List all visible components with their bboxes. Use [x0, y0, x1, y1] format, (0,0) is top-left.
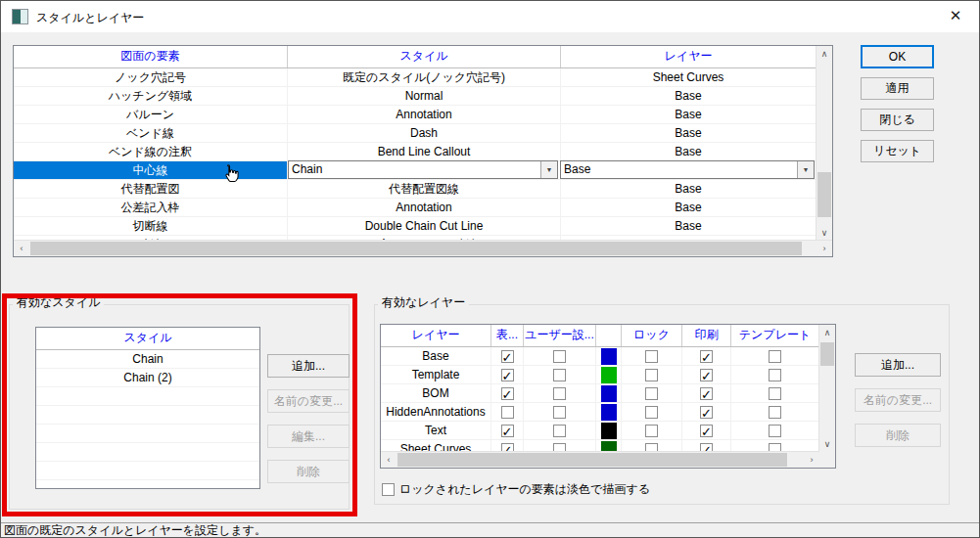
scroll-up-icon[interactable]: ∧ [819, 325, 835, 340]
column-header-color[interactable] [596, 325, 622, 346]
vertical-scrollbar[interactable]: ∧ ∨ [818, 325, 835, 468]
scrollbar-thumb[interactable] [397, 453, 787, 467]
styles-edit-button[interactable]: 編集... [267, 425, 350, 448]
close-button[interactable]: 閉じる [861, 109, 934, 131]
layer-row[interactable]: Text [381, 422, 819, 440]
reset-button[interactable]: リセット [861, 140, 934, 162]
lock-checkbox[interactable] [645, 406, 658, 419]
visible-checkbox[interactable] [501, 425, 514, 437]
scrollbar-thumb[interactable] [30, 242, 802, 255]
layer-combobox[interactable]: Base ▼ [560, 160, 815, 179]
style-list-item[interactable]: Chain [36, 350, 259, 369]
style-combobox[interactable]: Chain ▼ [288, 160, 558, 179]
table-row[interactable]: ノック穴記号 既定のスタイル(ノック穴記号) Sheet Curves [14, 68, 817, 87]
layer-row[interactable]: BOM [381, 384, 819, 403]
scroll-left-icon[interactable]: ‹ [14, 241, 29, 256]
visible-checkbox[interactable] [501, 406, 514, 419]
layers-add-button[interactable]: 追加... [855, 353, 941, 377]
layer-row[interactable]: Base [381, 347, 819, 366]
user-defined-checkbox[interactable] [553, 350, 566, 363]
layer-color-swatch[interactable] [601, 423, 617, 439]
empty-row [36, 387, 259, 406]
lock-checkbox[interactable] [645, 369, 658, 381]
user-defined-checkbox[interactable] [553, 387, 566, 400]
active-layers-table: レイヤー 表... ユーザー設... ロック 印刷 テンプレート Base Te… [380, 324, 836, 469]
table-row[interactable]: ベンド線の注釈 Bend Line Callout Base [14, 143, 817, 161]
ok-button[interactable]: OK [861, 45, 934, 68]
column-header-user[interactable]: ユーザー設... [524, 325, 596, 346]
column-header-template[interactable]: テンプレート [731, 325, 819, 346]
element-cell-selected[interactable]: 中心線 [14, 161, 288, 180]
print-checkbox[interactable] [700, 350, 713, 363]
column-header-layer[interactable]: レイヤー [381, 325, 491, 346]
template-checkbox[interactable] [769, 350, 781, 363]
scrollbar-thumb[interactable] [817, 172, 831, 217]
visible-checkbox[interactable] [501, 387, 514, 400]
table-row[interactable]: 切断線 Double Chain Cut Line Base [14, 217, 817, 236]
scrollbar-thumb[interactable] [820, 342, 834, 366]
layer-color-swatch[interactable] [601, 348, 617, 365]
scroll-up-icon[interactable]: ∧ [817, 46, 832, 62]
template-checkbox[interactable] [769, 369, 781, 381]
layer-cell: Base [561, 143, 817, 161]
vertical-scrollbar[interactable]: ∧ ∨ [816, 46, 832, 241]
print-checkbox[interactable] [700, 369, 713, 381]
print-checkbox[interactable] [700, 425, 713, 437]
layer-row[interactable]: HiddenAnnotations [381, 403, 819, 422]
close-icon[interactable]: ✕ [945, 7, 966, 24]
empty-row [36, 443, 259, 462]
template-checkbox[interactable] [769, 406, 781, 419]
column-header-layer[interactable]: レイヤー [561, 46, 817, 67]
style-name: Chain (2) [36, 369, 259, 387]
template-checkbox[interactable] [769, 425, 781, 437]
visible-checkbox[interactable] [501, 350, 514, 363]
styles-delete-button[interactable]: 削除 [267, 460, 350, 483]
print-checkbox[interactable] [700, 387, 713, 400]
scroll-right-icon[interactable]: › [804, 452, 819, 468]
style-cell: Annotation [288, 199, 561, 217]
apply-button[interactable]: 適用 [861, 77, 934, 100]
column-header-print[interactable]: 印刷 [682, 325, 731, 346]
layers-rename-button[interactable]: 名前の変更... [855, 388, 941, 412]
chevron-down-icon[interactable]: ▼ [797, 161, 814, 178]
element-cell: 代替配置図 [14, 180, 288, 199]
combobox-value: Base [561, 161, 797, 178]
visible-checkbox[interactable] [501, 369, 514, 381]
table-row[interactable]: 代替配置図 代替配置図線 Base [14, 180, 817, 199]
style-list-item[interactable]: Chain (2) [36, 369, 259, 387]
horizontal-scrollbar[interactable]: ‹ › [14, 240, 832, 256]
user-defined-checkbox[interactable] [553, 425, 566, 437]
column-header-style[interactable]: スタイル [288, 46, 561, 67]
table-row[interactable]: 公差記入枠 Annotation Base [14, 199, 817, 217]
column-header-style[interactable]: スタイル [36, 328, 259, 349]
lock-checkbox[interactable] [645, 425, 658, 437]
scroll-down-icon[interactable]: ∨ [817, 225, 832, 241]
layer-color-swatch[interactable] [601, 367, 617, 383]
table-row[interactable]: ベンド線 Dash Base [14, 124, 817, 143]
styles-rename-button[interactable]: 名前の変更... [267, 389, 350, 413]
lock-checkbox[interactable] [645, 350, 658, 363]
scroll-left-icon[interactable]: ‹ [381, 452, 397, 468]
table-row[interactable]: バルーン Annotation Base [14, 106, 817, 124]
styles-add-button[interactable]: 追加... [267, 354, 350, 378]
column-header-visible[interactable]: 表... [491, 325, 524, 346]
scroll-down-icon[interactable]: ∨ [819, 436, 835, 452]
locked-layers-dim-checkbox[interactable] [382, 483, 395, 496]
scroll-right-icon[interactable]: › [817, 241, 832, 256]
table-row[interactable]: ハッチング領域 Normal Base [14, 87, 817, 106]
layer-row[interactable]: Template [381, 366, 819, 384]
layer-color-swatch[interactable] [601, 404, 617, 421]
horizontal-scrollbar[interactable]: ‹ › [381, 451, 819, 468]
locked-layers-dim-option[interactable]: ロックされたレイヤーの要素は淡色で描画する [382, 481, 650, 498]
layers-delete-button[interactable]: 削除 [855, 424, 941, 447]
print-checkbox[interactable] [700, 406, 713, 419]
chevron-down-icon[interactable]: ▼ [540, 161, 557, 178]
layer-color-swatch[interactable] [601, 385, 617, 402]
user-defined-checkbox[interactable] [553, 369, 566, 381]
lock-checkbox[interactable] [645, 387, 658, 400]
column-header-lock[interactable]: ロック [622, 325, 682, 346]
column-header-element[interactable]: 図面の要素 [14, 46, 288, 67]
user-defined-checkbox[interactable] [553, 406, 566, 419]
template-checkbox[interactable] [769, 387, 781, 400]
element-style-layer-table: 図面の要素 スタイル レイヤー ノック穴記号 既定のスタイル(ノック穴記号) S… [13, 45, 833, 257]
